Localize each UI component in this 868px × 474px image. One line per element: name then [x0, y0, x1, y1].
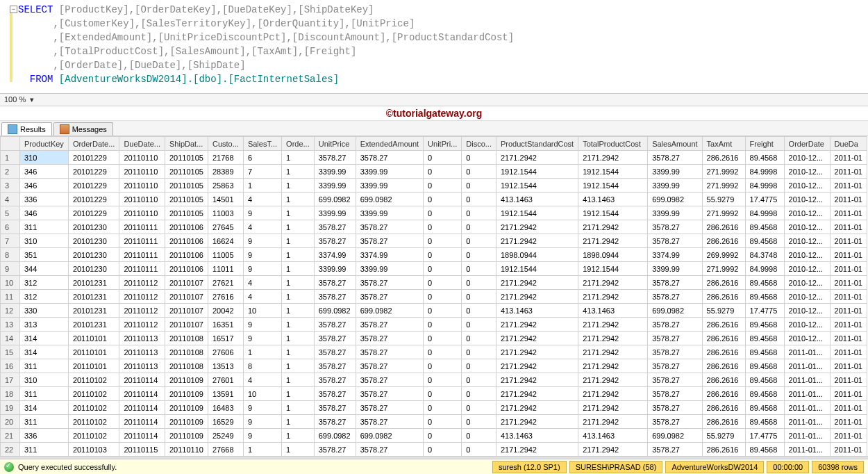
cell[interactable]: 3374.99 [356, 248, 423, 262]
cell[interactable]: 1 [282, 179, 315, 193]
cell[interactable]: 89.4568 [745, 401, 784, 415]
cell[interactable]: 9 [243, 234, 281, 248]
cell[interactable]: 20110114 [119, 373, 165, 387]
table-row[interactable]: 835120101230201101112011010611005913374.… [1, 248, 867, 262]
cell[interactable]: 2171.2942 [496, 318, 578, 332]
cell[interactable]: 0 [462, 318, 496, 332]
cell[interactable]: 17.4775 [745, 304, 784, 318]
cell[interactable]: 3578.27 [356, 318, 423, 332]
cell[interactable]: 3578.27 [648, 318, 702, 332]
cell[interactable]: 312 [20, 290, 69, 304]
cell[interactable]: 3578.27 [648, 234, 702, 248]
cell[interactable]: 0 [424, 179, 462, 193]
cell[interactable]: 2011-01 [830, 165, 867, 179]
cell[interactable]: 89.4568 [745, 332, 784, 345]
cell[interactable]: 20110105 [165, 193, 208, 206]
table-row[interactable]: 1431420110101201101132011010816517913578… [1, 332, 867, 345]
cell[interactable]: 6 [243, 151, 281, 165]
cell[interactable]: 3578.27 [314, 332, 356, 345]
cell[interactable]: 20110105 [165, 206, 208, 220]
cell[interactable]: 699.0982 [648, 193, 702, 206]
cell[interactable]: 286.2616 [702, 345, 745, 359]
cell[interactable]: 13591 [208, 387, 244, 401]
cell[interactable]: 3578.27 [356, 234, 423, 248]
cell[interactable]: 27645 [208, 220, 244, 234]
cell[interactable]: 286.2616 [702, 443, 745, 457]
col-header[interactable]: Orde... [282, 137, 315, 151]
col-header[interactable]: OrderDate [784, 137, 830, 151]
sql-editor[interactable]: − SELECT [ProductKey],[OrderDateKey],[Du… [0, 0, 868, 93]
cell[interactable]: 1 [282, 332, 315, 345]
cell[interactable]: 0 [462, 373, 496, 387]
cell[interactable]: 89.4568 [745, 318, 784, 332]
cell[interactable]: 20110110 [119, 193, 165, 206]
cell[interactable]: 1 [282, 373, 315, 387]
cell[interactable]: 271.9992 [702, 165, 745, 179]
cell[interactable]: 2011-01 [830, 262, 867, 276]
cell[interactable]: 20110111 [119, 234, 165, 248]
cell[interactable]: 4 [243, 220, 281, 234]
cell[interactable]: 2011-01 [830, 193, 867, 206]
cell[interactable]: 1 [243, 179, 281, 193]
table-row[interactable]: 43362010122920110110201101051450141699.0… [1, 193, 867, 206]
cell[interactable]: 3578.27 [648, 373, 702, 387]
table-row[interactable]: 1531420110101201101132011010827606113578… [1, 345, 867, 359]
cell[interactable]: 1912.1544 [578, 179, 648, 193]
cell[interactable]: 2011-01 [830, 373, 867, 387]
cell[interactable]: 5 [1, 206, 20, 220]
cell[interactable]: 2171.2942 [496, 443, 578, 457]
table-row[interactable]: 1331320101231201101122011010716351913578… [1, 318, 867, 332]
cell[interactable]: 1 [282, 193, 315, 206]
cell[interactable]: 0 [424, 151, 462, 165]
cell[interactable]: 336 [20, 429, 69, 443]
cell[interactable]: 310 [20, 373, 69, 387]
cell[interactable]: 0 [424, 387, 462, 401]
cell[interactable]: 1 [282, 234, 315, 248]
cell[interactable]: 313 [20, 318, 69, 332]
table-row[interactable]: 1931420110102201101142011010916483913578… [1, 401, 867, 415]
cell[interactable]: 3578.27 [356, 290, 423, 304]
cell[interactable]: 3374.99 [314, 248, 356, 262]
cell[interactable]: 4 [243, 290, 281, 304]
cell[interactable]: 3578.27 [356, 220, 423, 234]
cell[interactable]: 89.4568 [745, 387, 784, 401]
cell[interactable]: 0 [462, 304, 496, 318]
cell[interactable]: 2171.2942 [578, 276, 648, 290]
cell[interactable]: 3578.27 [314, 443, 356, 457]
cell[interactable]: 16483 [208, 401, 244, 415]
cell[interactable]: 3578.27 [648, 332, 702, 345]
cell[interactable]: 25249 [208, 429, 244, 443]
cell[interactable]: 3578.27 [648, 276, 702, 290]
cell[interactable]: 269.9992 [702, 248, 745, 262]
cell[interactable]: 699.0982 [648, 429, 702, 443]
cell[interactable]: 1898.0944 [578, 248, 648, 262]
col-header[interactable]: DueDa [830, 137, 867, 151]
cell[interactable]: 9 [243, 332, 281, 345]
cell[interactable]: 1 [282, 165, 315, 179]
cell[interactable]: 2171.2942 [496, 401, 578, 415]
cell[interactable]: 16517 [208, 332, 244, 345]
cell[interactable]: 311 [20, 387, 69, 401]
col-header[interactable]: ProductKey [20, 137, 69, 151]
cell[interactable]: 0 [462, 151, 496, 165]
cell[interactable]: 14501 [208, 193, 244, 206]
cell[interactable]: 699.0982 [356, 429, 423, 443]
cell[interactable]: 0 [424, 248, 462, 262]
col-header[interactable]: Disco... [462, 137, 496, 151]
cell[interactable]: 11003 [208, 206, 244, 220]
cell[interactable]: 0 [424, 443, 462, 457]
cell[interactable]: 20110112 [119, 276, 165, 290]
cell[interactable]: 20110107 [165, 276, 208, 290]
cell[interactable]: 2011-01 [830, 151, 867, 165]
cell[interactable]: 310 [20, 151, 69, 165]
table-row[interactable]: 131020101229201101102011010521768613578.… [1, 151, 867, 165]
cell[interactable]: 89.4568 [745, 276, 784, 290]
cell[interactable]: 0 [462, 193, 496, 206]
cell[interactable]: 3399.99 [648, 179, 702, 193]
cell[interactable]: 89.4568 [745, 415, 784, 429]
cell[interactable]: 2171.2942 [496, 151, 578, 165]
cell[interactable]: 2011-01... [784, 359, 830, 373]
cell[interactable]: 413.1463 [578, 304, 648, 318]
cell[interactable]: 286.2616 [702, 234, 745, 248]
cell[interactable]: 27606 [208, 345, 244, 359]
